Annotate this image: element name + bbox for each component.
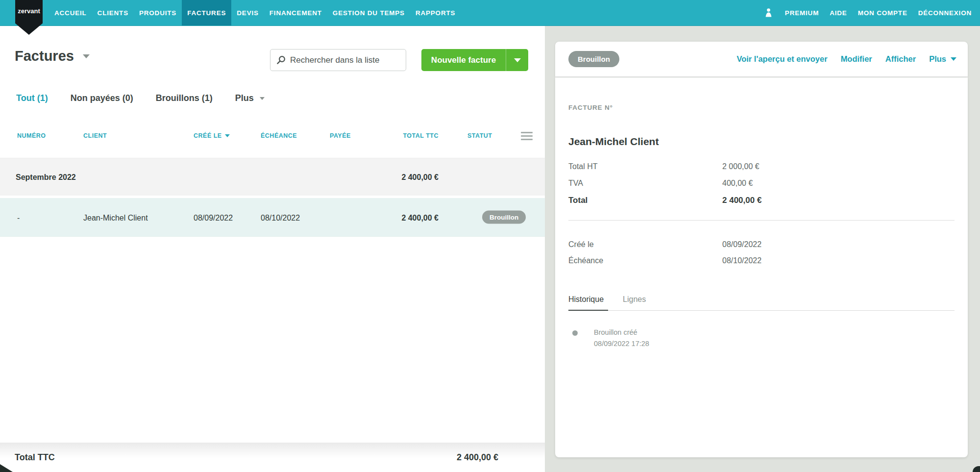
- column-header-statut[interactable]: STATUT: [467, 125, 492, 147]
- history-entry-title: Brouillon créé: [594, 327, 649, 338]
- new-invoice-split-button: Nouvelle facture: [421, 49, 528, 71]
- nav-item-mon-compte[interactable]: MON COMPTE: [853, 0, 913, 25]
- cell-numero: -: [17, 198, 20, 238]
- invoice-table-header: NUMÉRO CLIENT CRÉÉ LE ÉCHÉANCE PAYÉE TOT…: [0, 125, 545, 147]
- filter-tabs: Tout (1) Non payées (0) Brouillons (1) P…: [16, 93, 265, 103]
- nav-item-deconnexion[interactable]: DÉCONNEXION: [913, 0, 977, 25]
- title-dropdown-caret-icon[interactable]: [83, 54, 90, 58]
- group-label: Septembre 2022: [16, 158, 76, 196]
- tab-historique[interactable]: Historique: [568, 295, 604, 310]
- tva-value: 400,00 €: [722, 179, 753, 188]
- nav-item-accueil[interactable]: ACCUEIL: [49, 0, 92, 25]
- user-icon[interactable]: [758, 0, 780, 25]
- sort-desc-icon: [225, 134, 230, 137]
- cell-cree-le: 08/09/2022: [194, 198, 233, 238]
- nav-item-financement[interactable]: FINANCEMENT: [264, 0, 327, 25]
- client-name: Jean-Michel Client: [568, 136, 659, 148]
- created-date-value: 08/09/2022: [722, 240, 761, 249]
- group-total: 2 400,00 €: [401, 158, 439, 196]
- page-title-text: Factures: [15, 48, 74, 64]
- column-settings-icon[interactable]: [521, 132, 533, 142]
- tab-lignes[interactable]: Lignes: [623, 295, 646, 310]
- total-ht-label: Total HT: [568, 162, 598, 171]
- tab-plus[interactable]: Plus: [235, 93, 265, 103]
- nav-item-premium[interactable]: PREMIUM: [780, 0, 824, 25]
- main-nav: ACCUEIL CLIENTS PRODUITS FACTURES DEVIS …: [49, 0, 461, 25]
- status-badge: Brouillon: [482, 211, 526, 224]
- plus-dropdown[interactable]: Plus: [929, 54, 956, 64]
- due-date-label: Échéance: [568, 256, 603, 265]
- column-header-client[interactable]: CLIENT: [83, 125, 107, 147]
- cell-client: Jean-Michel Client: [83, 198, 148, 238]
- chevron-down-icon: [951, 57, 956, 61]
- nav-item-clients[interactable]: CLIENTS: [92, 0, 134, 25]
- detail-actions: Voir l'aperçu et envoyer Modifier Affich…: [736, 54, 956, 64]
- new-invoice-dropdown-button[interactable]: [506, 49, 528, 71]
- nav-right: PREMIUM AIDE MON COMPTE DÉCONNEXION: [758, 0, 977, 25]
- column-header-echeance[interactable]: ÉCHÉANCE: [261, 125, 297, 147]
- detail-tabs: Historique Lignes: [568, 295, 646, 310]
- group-row-septembre-2022[interactable]: Septembre 2022 2 400,00 €: [0, 158, 545, 196]
- list-footer: Total TTC 2 400,00 €: [0, 443, 545, 472]
- nav-item-produits[interactable]: PRODUITS: [134, 0, 182, 25]
- invoice-detail-body: FACTURE N° Jean-Michel Client Total HT 2…: [555, 77, 968, 457]
- nav-item-factures[interactable]: FACTURES: [182, 0, 231, 25]
- display-link[interactable]: Afficher: [885, 54, 916, 64]
- total-value: 2 400,00 €: [722, 196, 761, 205]
- chat-widget-fragment-right: [973, 466, 980, 472]
- nav-item-aide[interactable]: AIDE: [824, 0, 852, 25]
- total-label: Total: [568, 196, 588, 205]
- search-input[interactable]: [290, 55, 400, 65]
- tab-brouillons[interactable]: Brouillons (1): [156, 93, 213, 103]
- invoice-row-selected[interactable]: - Jean-Michel Client 08/09/2022 08/10/20…: [0, 197, 545, 237]
- nav-item-gestion-du-temps[interactable]: GESTION DU TEMPS: [327, 0, 410, 25]
- created-date-label: Créé le: [568, 240, 594, 249]
- new-invoice-button[interactable]: Nouvelle facture: [421, 49, 506, 71]
- modify-link[interactable]: Modifier: [841, 54, 872, 64]
- preview-send-link[interactable]: Voir l'aperçu et envoyer: [736, 54, 827, 64]
- search-icon: [276, 55, 286, 65]
- invoice-list-panel: Factures Nouvelle facture Tout (1) Non p…: [0, 26, 545, 472]
- tab-non-payees[interactable]: Non payées (0): [71, 93, 133, 103]
- column-header-cree-le[interactable]: CRÉÉ LE: [194, 125, 230, 147]
- tva-label: TVA: [568, 179, 583, 188]
- cell-total: 2 400,00 €: [401, 198, 439, 238]
- section-divider: [568, 220, 955, 221]
- total-ht-value: 2 000,00 €: [722, 162, 760, 171]
- nav-item-rapports[interactable]: RAPPORTS: [410, 0, 461, 25]
- invoice-number-label: FACTURE N°: [568, 104, 613, 111]
- column-header-numero[interactable]: NUMÉRO: [17, 125, 46, 147]
- chevron-down-icon: [260, 97, 265, 100]
- top-nav: zervant ACCUEIL CLIENTS PRODUITS FACTURE…: [0, 0, 980, 26]
- footer-total-value: 2 400,00 €: [457, 443, 498, 472]
- timeline-dot-icon: [572, 330, 578, 336]
- due-date-value: 08/10/2022: [722, 256, 761, 265]
- chevron-down-icon: [514, 58, 521, 62]
- history-entry: Brouillon créé 08/09/2022 17:28: [594, 327, 649, 349]
- history-entry-timestamp: 08/09/2022 17:28: [594, 338, 649, 349]
- status-badge: Brouillon: [568, 51, 619, 67]
- search-box: [270, 49, 406, 71]
- invoice-detail-header: Brouillon Voir l'aperçu et envoyer Modif…: [555, 42, 968, 77]
- tabs-underline: [568, 310, 955, 311]
- nav-item-devis[interactable]: DEVIS: [231, 0, 264, 25]
- tab-tout[interactable]: Tout (1): [16, 93, 48, 103]
- column-header-payee[interactable]: PAYÉE: [330, 125, 351, 147]
- page-title: Factures: [15, 48, 90, 64]
- tabs-active-underline: [568, 310, 608, 311]
- footer-total-label: Total TTC: [15, 443, 55, 472]
- column-header-total-ttc[interactable]: TOTAL TTC: [403, 125, 439, 147]
- cell-echeance: 08/10/2022: [261, 198, 300, 238]
